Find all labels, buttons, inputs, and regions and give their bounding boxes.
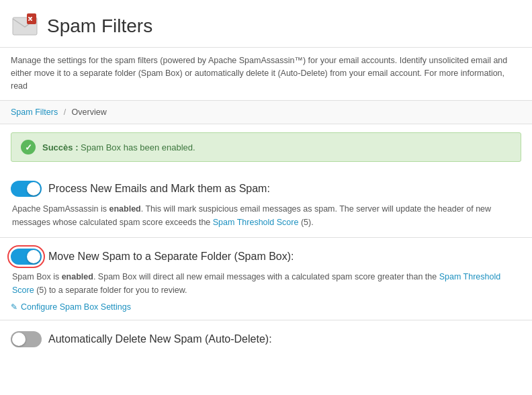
auto-delete-toggle[interactable] [11,331,42,347]
process-emails-toggle[interactable] [11,181,42,197]
breadcrumb-separator: / [64,107,66,117]
spam-filters-icon [11,12,39,40]
breadcrumb-current: Overview [72,107,107,117]
configure-spam-box-label: Configure Spam Box Settings [21,302,131,312]
configure-spam-box-link[interactable]: ✎ Configure Spam Box Settings [11,302,131,312]
auto-delete-toggle-row: Automatically Delete New Spam (Auto-Dele… [11,331,521,347]
page-description: Manage the settings for the spam filters… [0,48,532,101]
svg-rect-1 [27,13,36,24]
process-emails-label: Process New Emails and Mark them as Spam… [48,183,270,195]
spam-box-toggle[interactable] [11,249,42,265]
success-banner: Succès : Spam Box has been enabled. [11,132,521,162]
spam-box-section: Move New Spam to a Separate Folder (Spam… [0,238,532,320]
process-emails-section: Process New Emails and Mark them as Spam… [0,170,532,238]
process-emails-toggle-row: Process New Emails and Mark them as Spam… [11,181,521,197]
spam-box-description: Spam Box is enabled. Spam Box will direc… [11,270,521,297]
process-emails-description: Apache SpamAssassin is enabled. This wil… [11,202,521,229]
page-title: Spam Filters [47,15,152,37]
success-checkmark-icon [21,140,36,155]
breadcrumb: Spam Filters / Overview [0,101,532,124]
breadcrumb-parent[interactable]: Spam Filters [11,107,58,117]
page-header: Spam Filters [0,0,532,48]
spam-box-label: Move New Spam to a Separate Folder (Spam… [48,251,294,263]
auto-delete-section: Automatically Delete New Spam (Auto-Dele… [0,320,532,361]
spam-box-toggle-row: Move New Spam to a Separate Folder (Spam… [11,249,521,265]
spam-threshold-score-link-1[interactable]: Spam Threshold Score [213,218,299,227]
success-text: Succès : Spam Box has been enabled. [42,142,195,152]
auto-delete-label: Automatically Delete New Spam (Auto-Dele… [48,333,272,345]
pencil-icon: ✎ [11,302,17,312]
